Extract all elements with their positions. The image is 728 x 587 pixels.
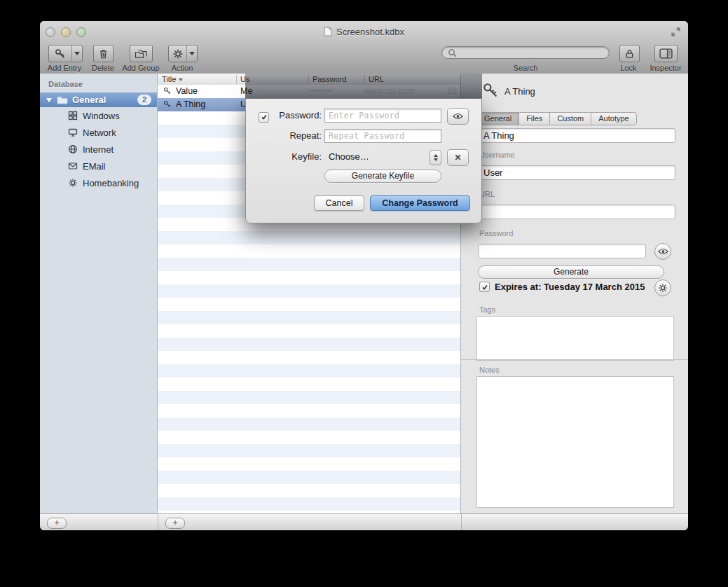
delete-button[interactable] (93, 45, 114, 62)
sidebar-group-general[interactable]: General 2 (40, 92, 157, 107)
globe-icon (68, 144, 78, 154)
cancel-button[interactable]: Cancel (314, 195, 364, 211)
repeat-password-input[interactable] (324, 129, 441, 143)
notes-label: Notes (479, 366, 500, 374)
username-field[interactable] (478, 165, 675, 180)
sidebar-item-internet[interactable]: Internet (40, 141, 157, 158)
sidebar-item-windows[interactable]: Windows (40, 107, 157, 124)
password-label: Password (479, 229, 513, 237)
titlebar: Screenshot.kdbx (40, 21, 688, 43)
delete-label: Delete (83, 64, 123, 72)
sheet-shadow (245, 74, 482, 98)
url-field[interactable] (478, 205, 675, 219)
app-window: Screenshot.kdbx Add Entry Delete (40, 21, 688, 530)
new-password-input[interactable] (324, 109, 441, 123)
notes-input[interactable] (477, 377, 673, 507)
divider (461, 514, 462, 530)
tab-general[interactable]: General (476, 112, 519, 125)
entry-title: A Thing (176, 98, 235, 111)
sidebar: Database General 2 Windows Network (40, 74, 158, 513)
inspector-button[interactable] (654, 45, 678, 62)
keyfile-popup[interactable]: Choose… (329, 149, 369, 165)
sort-indicator-icon (179, 78, 183, 81)
tags-label: Tags (479, 305, 495, 314)
divider (158, 514, 158, 530)
action-dropdown[interactable] (186, 46, 197, 62)
sidebar-item-label: Windows (83, 111, 120, 121)
search-field[interactable] (441, 46, 610, 59)
add-group-label: Add Group (119, 64, 163, 72)
dialog-repeat-label: Repeat: (271, 128, 322, 144)
group-label: General (72, 95, 106, 105)
gear-icon (658, 283, 668, 293)
chevron-down-icon (434, 158, 438, 161)
fullscreen-icon[interactable] (671, 27, 681, 37)
key-icon (482, 82, 499, 99)
notes-box[interactable] (476, 376, 674, 508)
reveal-password-button[interactable] (447, 108, 469, 125)
add-group-footer-button[interactable]: + (47, 518, 67, 529)
inspector-label: Inspector (643, 64, 688, 72)
magnifier-icon (448, 48, 457, 57)
footer-bar: + + (40, 513, 688, 530)
password-field[interactable] (478, 244, 646, 258)
sidebar-item-label: Homebanking (83, 178, 139, 188)
window-title: Screenshot.kdbx (336, 27, 404, 37)
gear-icon (68, 178, 78, 188)
lock-button[interactable] (619, 45, 640, 62)
sidebar-item-label: Internet (83, 144, 114, 155)
clear-keyfile-button[interactable]: ✕ (447, 149, 469, 166)
expires-options-button[interactable] (654, 279, 671, 296)
generate-keyfile-button[interactable]: Generate Keyfile (324, 170, 441, 183)
inspector-panel: A Thing General Files Custom Autotype Us… (461, 74, 688, 513)
generate-password-button[interactable]: Generate (478, 265, 664, 279)
panel-icon (655, 46, 677, 62)
network-icon (68, 127, 78, 137)
sidebar-item-label: Network (83, 127, 116, 138)
change-password-button[interactable]: Change Password (370, 195, 470, 211)
action-button[interactable] (168, 45, 198, 62)
search-input[interactable] (460, 47, 603, 58)
inspector-tabs: General Files Custom Autotype (476, 112, 637, 125)
add-entry-footer-button[interactable]: + (165, 518, 185, 529)
sidebar-header: Database (40, 74, 157, 92)
disclosure-triangle-icon[interactable] (46, 98, 52, 102)
add-entry-button[interactable] (48, 45, 83, 62)
chevron-down-icon (74, 52, 80, 55)
sidebar-item-homebanking[interactable]: Homebanking (40, 174, 157, 191)
sidebar-item-email[interactable]: EMail (40, 158, 157, 174)
close-icon: ✕ (454, 153, 461, 163)
gear-icon (169, 46, 186, 62)
dialog-password-label: Password: (271, 108, 322, 123)
add-entry-dropdown[interactable] (71, 46, 82, 62)
column-header-title[interactable]: Title (158, 74, 238, 85)
add-group-button[interactable] (130, 45, 153, 62)
sidebar-item-network[interactable]: Network (40, 124, 157, 141)
document-icon (324, 27, 332, 36)
title-field[interactable] (478, 128, 675, 143)
section-divider (461, 359, 688, 360)
tags-box[interactable] (476, 316, 674, 361)
chevron-down-icon (189, 52, 195, 55)
folder-icon (57, 95, 68, 104)
chevron-up-icon (434, 154, 438, 157)
trash-icon (94, 46, 113, 62)
dialog-keyfile-label: Keyfile: (271, 149, 322, 165)
expires-checkbox[interactable] (479, 282, 490, 292)
keyfile-stepper[interactable] (430, 150, 441, 165)
eye-icon (453, 113, 463, 120)
key-icon (49, 46, 71, 62)
tab-custom[interactable]: Custom (549, 112, 591, 125)
password-checkbox[interactable] (259, 111, 269, 123)
windows-icon (68, 111, 78, 120)
tab-autotype[interactable]: Autotype (591, 112, 636, 125)
tags-input[interactable] (477, 317, 673, 360)
key-icon (163, 100, 172, 109)
key-icon (163, 87, 172, 95)
tab-files[interactable]: Files (518, 112, 550, 125)
screen: Screenshot.kdbx Add Entry Delete (0, 0, 728, 587)
reveal-password-button[interactable] (654, 243, 671, 260)
change-password-dialog: Password: Repeat: Keyfile: Choose… ✕ Gen… (245, 98, 482, 223)
checkmark-icon (481, 284, 488, 291)
username-label: Username (479, 151, 515, 159)
